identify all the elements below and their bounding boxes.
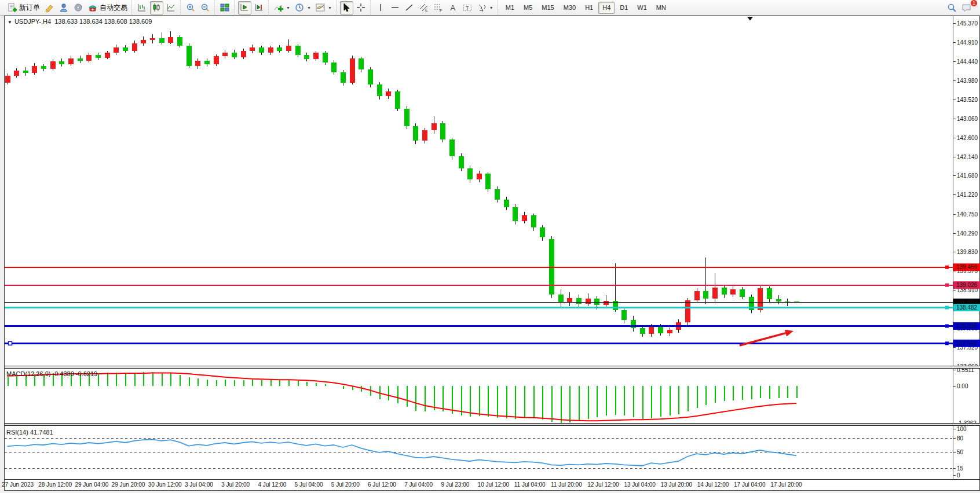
- candle-body: [350, 58, 355, 83]
- price-tag-139026: 139.026: [953, 281, 980, 289]
- hline-handle[interactable]: [945, 284, 949, 287]
- price-tick-label: 143.520: [957, 97, 978, 103]
- price-tag-text: 138.482: [956, 304, 978, 311]
- candle-body: [159, 38, 164, 42]
- timeframe-H4-button[interactable]: H4: [598, 2, 615, 14]
- candle-body: [41, 66, 46, 69]
- cursor-button[interactable]: [340, 1, 353, 14]
- timeframe-M5-button[interactable]: M5: [520, 2, 536, 14]
- arrow-objects-icon: [477, 3, 487, 12]
- periods-button[interactable]: ▼: [293, 1, 313, 14]
- rsi-name: RSI(14): [6, 429, 28, 436]
- price-chart[interactable]: 145.370144.910144.440143.980143.520143.0…: [0, 16, 980, 493]
- candlestick-chart-button[interactable]: [150, 1, 163, 14]
- panel-splitter[interactable]: [5, 424, 980, 426]
- toolbar-group-cursor: [336, 0, 368, 16]
- auto-scroll-icon: [240, 3, 249, 12]
- price-tick-label: 142.600: [957, 135, 978, 141]
- time-tick-label: 28 Jun 12:00: [38, 481, 72, 488]
- candle-body: [613, 301, 618, 310]
- macd-name: MACD(12,26,9): [6, 370, 50, 377]
- channel-button[interactable]: E: [418, 1, 431, 14]
- candle-body: [767, 288, 772, 299]
- candle-body: [14, 71, 19, 76]
- price-tick-label: 139.830: [957, 249, 978, 255]
- rsi-axis-label: 100: [957, 426, 967, 432]
- crayon-button[interactable]: [43, 1, 56, 14]
- crosshair-button[interactable]: [354, 1, 368, 14]
- trendline-button[interactable]: [403, 1, 416, 14]
- arrows-button[interactable]: ▼: [476, 1, 495, 14]
- timeframe-M15-button[interactable]: M15: [537, 2, 558, 14]
- hline-handle[interactable]: [945, 266, 949, 269]
- timeframe-M30-button[interactable]: M30: [560, 2, 580, 14]
- vertical-line-button[interactable]: [374, 1, 387, 14]
- templates-button[interactable]: ▼: [314, 1, 334, 14]
- indicators-button[interactable]: ▼: [272, 1, 292, 14]
- toolbar-group-chart-type: [131, 0, 178, 16]
- price-tick-label: 143.060: [957, 116, 978, 122]
- candle-body: [785, 301, 790, 303]
- chart-shift-icon: [254, 3, 264, 12]
- time-tick-label: 27 Jun 2023: [2, 481, 34, 488]
- splitter-bar: [5, 366, 980, 369]
- horizontal-line-button[interactable]: [389, 1, 402, 14]
- price-tag-text: 137.616: [956, 340, 978, 347]
- candle-body: [105, 53, 110, 58]
- price-tick-label: 144.440: [957, 58, 978, 65]
- periods-caret-icon: ▼: [307, 6, 311, 10]
- toolbar-group-objects: E F A T ▼: [370, 0, 496, 16]
- candle-body: [59, 61, 64, 64]
- search-button[interactable]: [945, 1, 959, 14]
- tile-windows-button[interactable]: [218, 1, 232, 14]
- bar-chart-button[interactable]: [136, 1, 149, 14]
- timeframe-MN-button[interactable]: MN: [652, 2, 670, 14]
- symbol-period-label: USDJPY-,H4: [14, 18, 51, 25]
- zoom-in-icon: [186, 3, 195, 12]
- news-signal-button[interactable]: [72, 1, 85, 14]
- line-chart-button[interactable]: [164, 1, 178, 14]
- profile-button[interactable]: [57, 1, 71, 14]
- hline-handle[interactable]: [945, 324, 949, 328]
- new-order-button[interactable]: 新订单: [6, 1, 42, 14]
- auto-scroll-button[interactable]: [238, 1, 251, 14]
- zoom-in-button[interactable]: [184, 1, 198, 14]
- hline-handle[interactable]: [945, 306, 949, 310]
- rsi-axis-label: 0: [957, 472, 960, 479]
- panel-splitter[interactable]: [5, 366, 980, 369]
- candle-body: [277, 47, 282, 51]
- text-label-icon: T: [463, 3, 472, 12]
- text-button[interactable]: A: [447, 1, 460, 14]
- chart-shift-button[interactable]: [253, 1, 266, 14]
- candle-body: [640, 328, 645, 334]
- time-tick-label: 13 Jul 04:00: [624, 481, 656, 488]
- hline-handle[interactable]: [9, 341, 12, 345]
- timeframe-W1-button[interactable]: W1: [633, 2, 651, 14]
- timeframe-M1-button[interactable]: M1: [502, 2, 518, 14]
- candle-body: [459, 156, 464, 168]
- notification-badge[interactable]: 1: [970, 0, 978, 7]
- candle-body: [341, 72, 346, 83]
- candle-body: [123, 47, 128, 51]
- price-tag-138482: 138.482: [953, 304, 980, 311]
- rsi-axis-label: 80: [957, 435, 964, 442]
- symbol-dropdown-caret[interactable]: ▼: [8, 20, 12, 25]
- fibonacci-button[interactable]: F: [432, 1, 445, 14]
- auto-trading-label: 自动交易: [100, 3, 127, 13]
- timeframe-H1-button[interactable]: H1: [581, 2, 597, 14]
- candle-body: [558, 295, 564, 303]
- zoom-out-button[interactable]: [199, 1, 212, 14]
- indicators-caret-icon: ▼: [286, 6, 290, 10]
- text-label-button[interactable]: T: [461, 1, 474, 14]
- svg-text:E: E: [425, 8, 428, 12]
- time-tick-label: 30 Jun 12:00: [148, 481, 182, 488]
- candle-body: [794, 301, 799, 303]
- price-tag-text: 139.026: [956, 282, 978, 288]
- price-tick-label: 140.290: [957, 230, 978, 237]
- auto-trading-button[interactable]: 自动交易: [86, 1, 129, 14]
- candle-body: [422, 130, 427, 141]
- candle-body: [368, 69, 373, 84]
- hline-handle[interactable]: [945, 341, 949, 345]
- candle-body: [776, 299, 781, 301]
- timeframe-D1-button[interactable]: D1: [616, 2, 632, 14]
